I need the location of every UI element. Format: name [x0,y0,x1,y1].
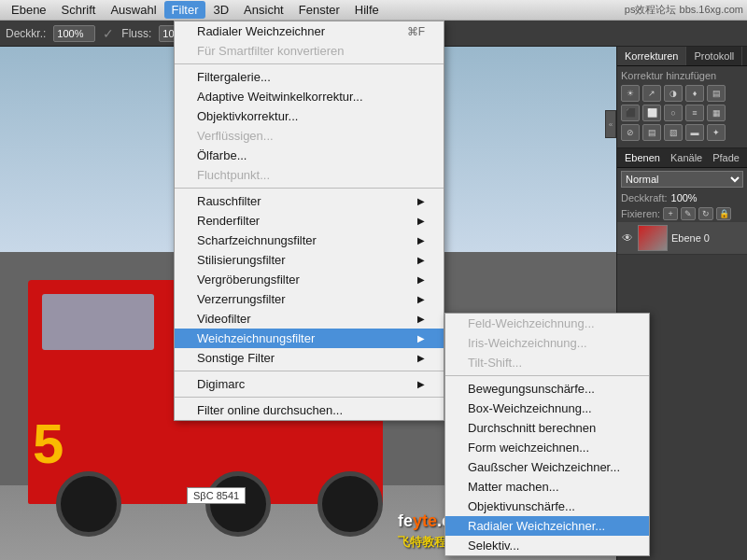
opacity-input[interactable] [53,25,95,42]
weich-box[interactable]: Box-Weichzeichnung... [445,399,649,418]
bw-icon[interactable]: ⬜ [642,105,661,121]
channel-mixer-icon[interactable]: ≡ [685,105,704,121]
weich-feld: Feld-Weichzeichnung... [445,314,649,333]
filter-menu-item-objektivkorrektur[interactable]: Objektivkorrektur... [175,106,444,126]
layers-header: Ebenen Kanäle Pfade [617,148,747,168]
checkmark-icon: ✓ [103,26,114,41]
menu-schrift[interactable]: Schrift [54,1,104,19]
flow-label: Fluss: [121,27,151,40]
filter-video[interactable]: Videofilter ▶ [175,309,444,329]
layer-item[interactable]: 👁 Ebene 0 [617,222,747,255]
filter-verzerrung[interactable]: Verzerrungsfilter ▶ [175,289,444,309]
filter-menu-item-oelfarbe[interactable]: Ölfarbe... [175,146,444,165]
menu-filter[interactable]: Filter [164,1,206,19]
fix-label: Fixieren: [621,208,660,219]
blend-mode-select[interactable]: Normal [621,171,743,188]
firetruck-window [42,294,154,350]
filter-radialer-label: Radialer Weichzeichner [197,24,325,38]
menu-3d[interactable]: 3D [205,1,236,19]
weich-matter[interactable]: Matter machen... [445,477,649,497]
license-plate: SβC 8541 [187,487,246,504]
filter-sonstige[interactable]: Sonstige Filter ▶ [175,348,444,368]
vibrance-icon[interactable]: ♦ [685,85,704,102]
menu-fenster[interactable]: Fenster [291,1,347,19]
filter-radialer-shortcut: ⌘F [407,25,425,38]
tab-kanaele[interactable]: Kanäle [667,151,706,164]
curves-icon[interactable]: ↗ [642,85,661,102]
hsl-icon[interactable]: ▤ [707,85,726,102]
filter-weich[interactable]: Weichzeichnungsfilter ▶ [175,329,444,348]
filter-menu-item-radialer[interactable]: Radialer Weichzeichner ⌘F [175,21,444,41]
weich-durchschnitt[interactable]: Durchschnitt berechnen [445,418,649,438]
korrektur-section: Korrektur hinzufügen ☀ ↗ ◑ ♦ ▤ ⬛ ⬜ ○ ≡ ▦… [617,66,747,148]
menu-auswahl[interactable]: Auswahl [103,1,163,19]
filter-menu-item-galerie[interactable]: Filtergalerie... [175,67,444,87]
color-balance-icon[interactable]: ⬛ [621,105,640,121]
panel-collapse-button[interactable]: « [605,110,616,138]
fix-move-icon[interactable]: + [663,207,678,220]
weich-bewegung[interactable]: Bewegungsunschärfe... [445,379,649,399]
tab-protokoll[interactable]: Protokoll [686,47,742,65]
tab-korrekturen[interactable]: Korrekturen [617,47,686,65]
filter-stilisierung[interactable]: Stilisierungsfilter ▶ [175,250,444,270]
menu-separator-3 [175,371,444,371]
tab-ebenen[interactable]: Ebenen [621,151,664,164]
sonstige-arrow: ▶ [417,353,425,363]
weich-selektiv[interactable]: Selektiv... [445,536,649,555]
rausch-arrow: ▶ [417,196,425,206]
filter-vergroeb[interactable]: Vergröberungsfilter ▶ [175,270,444,289]
gradient-map-icon[interactable]: ▬ [685,124,704,141]
layer-visibility-icon[interactable]: 👁 [621,231,634,245]
weich-gauss[interactable]: Gaußscher Weichzeichner... [445,457,649,477]
exposure-icon[interactable]: ◑ [664,85,683,102]
menu-ebene[interactable]: Ebene [4,1,54,19]
weich-tilt: Tilt-Shift... [445,353,649,372]
fix-brush-icon[interactable]: ✎ [681,207,696,220]
tab-pfade[interactable]: Pfade [709,151,743,164]
number-5: 5 [33,412,63,476]
menubar: Ebene Schrift Auswahl Filter 3D Ansicht … [0,0,747,21]
verzerrung-arrow: ▶ [417,294,425,304]
korrektur-icons-row2: ⬛ ⬜ ○ ≡ ▦ [621,105,743,121]
photo-filter-icon[interactable]: ○ [664,105,683,121]
weich-submenu: Feld-Weichzeichnung... Iris-Weichzeichnu… [444,313,650,556]
firetruck-cab [28,280,177,373]
layer-name: Ebene 0 [671,232,710,244]
tab-e[interactable]: E [742,47,747,65]
menu-ansicht[interactable]: Ansicht [236,1,291,19]
korrektur-icons-row3: ⊘ ▤ ▧ ▬ ✦ [621,124,743,141]
filter-rausch[interactable]: Rauschfilter ▶ [175,191,444,211]
filter-online[interactable]: Filter online durchsuchen... [175,400,444,420]
weich-radialer[interactable]: Radialer Weichzeichner... [445,516,649,536]
selective-color-icon[interactable]: ✦ [707,124,726,141]
menubar-watermark: ps效程论坛 bbs.16xg.com [625,3,743,17]
fix-rotate-icon[interactable]: ↻ [698,207,713,220]
brightness-icon[interactable]: ☀ [621,85,640,102]
color-lookup-icon[interactable]: ▦ [707,105,726,121]
menu-hilfe[interactable]: Hilfe [347,1,387,19]
opacity-label: Deckkr.: [6,27,46,40]
panel-tabs: Korrekturen Protokoll E [617,47,747,66]
render-arrow: ▶ [417,216,425,226]
weich-form[interactable]: Form weichzeichnen... [445,438,649,457]
fix-row: Fixieren: + ✎ ↻ 🔒 [617,205,747,222]
filter-digimarc[interactable]: Digimarc ▶ [175,374,444,394]
weich-objektiv[interactable]: Objektivunschärfe... [445,497,649,516]
weich-sep [445,375,649,376]
invert-icon[interactable]: ⊘ [621,124,640,141]
filter-menu-item-verfluessigen: Verflüssigen... [175,126,444,146]
weich-arrow: ▶ [417,333,425,343]
filter-scharf[interactable]: Scharfzeichnungsfilter ▶ [175,231,444,250]
filter-menu-item-adaptive[interactable]: Adaptive Weitwinkelkorrektur... [175,87,444,106]
stilisierung-arrow: ▶ [417,255,425,265]
blend-row: Normal [617,168,747,190]
threshold-icon[interactable]: ▧ [664,124,683,141]
fix-lock-icon[interactable]: 🔒 [716,207,731,220]
wheel-3 [317,471,383,537]
weich-submenu-container: Feld-Weichzeichnung... Iris-Weichzeichnu… [444,313,650,556]
korrektur-title: Korrektur hinzufügen [621,70,743,81]
posterize-icon[interactable]: ▤ [642,124,661,141]
wheel-2 [205,471,271,537]
scharf-arrow: ▶ [417,235,425,245]
filter-render[interactable]: Renderfilter ▶ [175,211,444,231]
